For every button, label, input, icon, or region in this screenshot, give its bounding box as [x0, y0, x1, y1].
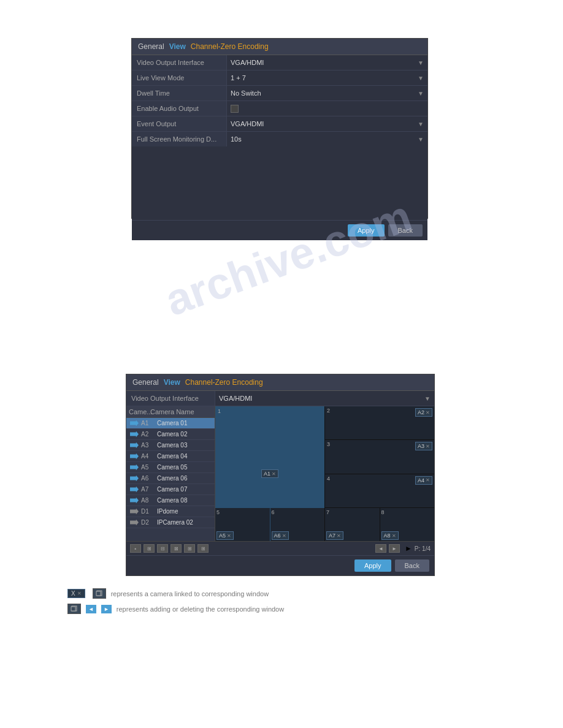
layout-3x3-icon[interactable]: ⊞ [184, 544, 195, 553]
camera-id: A1 [141, 420, 155, 427]
camera-name: Camera 05 [157, 464, 187, 471]
grid-cell-6[interactable]: 6 A6 ✕ [270, 508, 325, 541]
camera-name: Camera 02 [157, 431, 187, 438]
chevron-down-icon: ▼ [418, 59, 424, 66]
layout-2x2-icon[interactable]: ⊞ [144, 544, 155, 553]
close-icon[interactable]: ✕ [337, 533, 341, 539]
camera-items: A1Camera 01A2Camera 02A3Camera 03A4Camer… [126, 418, 215, 528]
grid-cell-8[interactable]: 8 A8 ✕ [380, 508, 435, 541]
layout-4x4-icon[interactable]: ⊞ [197, 544, 209, 553]
top-panel: General View Channel-Zero Encoding Video… [131, 38, 428, 219]
grid-cell-3[interactable]: 3 A3 ✕ [325, 440, 434, 473]
camera-name: Camera 08 [157, 497, 187, 504]
camera-name: IPdome [157, 508, 178, 515]
camera-id: A8 [141, 497, 155, 504]
camera-name: Camera 03 [157, 442, 187, 449]
camera-col1-header: Came... [129, 408, 150, 415]
cam-tag-a8: A8 ✕ [381, 531, 399, 540]
camera-item[interactable]: D1IPdome [126, 506, 215, 517]
prev-page-icon[interactable]: ◄ [375, 544, 386, 553]
svg-rect-1 [96, 591, 101, 596]
video-output-value[interactable]: VGA/HDMI ▼ [227, 57, 427, 68]
next-page-icon[interactable]: ► [389, 544, 400, 553]
close-icon[interactable]: ✕ [426, 477, 430, 483]
bottom-video-output-value[interactable]: VGA/HDMI ▼ [215, 393, 434, 404]
chevron-down-icon: ▼ [418, 90, 424, 97]
cell-number-8: 8 [381, 509, 385, 515]
form-row-audio-output: Enable Audio Output [132, 101, 427, 116]
annotation-copy-icon[interactable] [93, 588, 106, 599]
grid-cell-2[interactable]: 2 A2 ✕ [325, 406, 434, 439]
bottom-header-general-label: General [132, 378, 159, 387]
camera-item[interactable]: D2IPCamera 02 [126, 517, 215, 528]
camera-id: A6 [141, 475, 155, 482]
cell-number-5: 5 [216, 509, 220, 515]
layout-1plus5-icon[interactable]: ⊟ [157, 544, 168, 553]
camera-item[interactable]: A3Camera 03 [126, 440, 215, 451]
camera-id: A5 [141, 464, 155, 471]
bottom-panel-header: General View Channel-Zero Encoding [126, 374, 434, 391]
close-icon[interactable]: ✕ [426, 444, 430, 449]
audio-output-checkbox[interactable] [231, 105, 239, 113]
camera-name: Camera 06 [157, 475, 187, 482]
top-panel-header: General View Channel-Zero Encoding [132, 39, 427, 55]
apply-button-top[interactable]: Apply [348, 224, 385, 237]
close-icon[interactable]: ✕ [282, 533, 286, 539]
form-row-event-output: Event Output VGA/HDMI ▼ [132, 116, 427, 132]
cell-number-7: 7 [326, 509, 329, 515]
form-row-live-view-mode: Live View Mode 1 + 7 ▼ [132, 70, 427, 86]
form-row-video-output: Video Output Interface VGA/HDMI ▼ [132, 55, 427, 70]
fullscreen-value[interactable]: 10s ▼ [227, 134, 427, 145]
apply-button-bottom[interactable]: Apply [354, 559, 391, 572]
camera-item[interactable]: A7Camera 07 [126, 484, 215, 495]
annotation-nav-icon-left[interactable] [67, 604, 81, 614]
close-icon[interactable]: ✕ [392, 533, 396, 539]
chevron-down-icon: ▼ [418, 75, 424, 82]
camera-icon [130, 431, 139, 438]
camera-item[interactable]: A4Camera 04 [126, 451, 215, 462]
close-icon[interactable]: ✕ [272, 471, 276, 477]
camera-item[interactable]: A2Camera 02 [126, 429, 215, 440]
camera-id: A2 [141, 431, 155, 438]
x-label: X [71, 590, 75, 597]
camera-item[interactable]: A8Camera 08 [126, 495, 215, 506]
camera-item[interactable]: A1Camera 01 [126, 418, 215, 429]
event-output-value[interactable]: VGA/HDMI ▼ [227, 118, 427, 129]
top-button-row: Apply Back [132, 220, 427, 240]
live-view-mode-label: Live View Mode [132, 70, 227, 85]
cam-tag-a5: A5 ✕ [216, 531, 234, 540]
annotation-nav-prev[interactable]: ◄ [86, 605, 96, 613]
annotation-nav-next[interactable]: ► [101, 605, 112, 613]
live-view-mode-value[interactable]: 1 + 7 ▼ [227, 72, 427, 83]
camera-col2-header: Camera Name [150, 408, 212, 415]
layout-1x1-icon[interactable]: ▪ [130, 544, 141, 553]
grid-cell-5[interactable]: 5 A5 ✕ [215, 508, 270, 541]
dwell-time-label: Dwell Time [132, 86, 227, 100]
camera-icon [130, 498, 139, 504]
cell-number-1: 1 [218, 408, 221, 414]
camera-name: Camera 07 [157, 486, 187, 493]
cam-tag-a4: A4 ✕ [415, 476, 432, 485]
close-icon[interactable]: ✕ [426, 410, 430, 415]
camera-icon [130, 442, 139, 449]
camera-item[interactable]: A6Camera 06 [126, 473, 215, 484]
layout-1plus7-icon[interactable]: ⊠ [170, 544, 182, 553]
copy-icon [96, 590, 103, 597]
grid-cell-7[interactable]: 7 A7 ✕ [325, 508, 380, 541]
back-button-bottom[interactable]: Back [395, 559, 429, 572]
grid-bottom-row: 5 A5 ✕ 6 A6 ✕ 7 [215, 508, 434, 541]
bottom-button-row: Apply Back [126, 555, 434, 575]
svg-rect-3 [71, 607, 75, 611]
cam-tag-a2: A2 ✕ [415, 408, 432, 417]
annotation-section: X ✕ represents a camera linked to corres… [67, 588, 284, 614]
camera-item[interactable]: A5Camera 05 [126, 462, 215, 473]
back-button-top[interactable]: Back [388, 224, 423, 237]
fullscreen-label: Full Screen Monitoring D... [132, 132, 227, 146]
close-icon[interactable]: ✕ [227, 533, 231, 539]
camera-id: A4 [141, 453, 155, 460]
header-view-label: View [169, 42, 186, 51]
camera-name: Camera 01 [157, 420, 187, 427]
camera-id: D2 [141, 519, 155, 526]
grid-cell-4[interactable]: 4 A4 ✕ [325, 474, 434, 507]
dwell-time-value[interactable]: No Switch ▼ [227, 88, 427, 99]
